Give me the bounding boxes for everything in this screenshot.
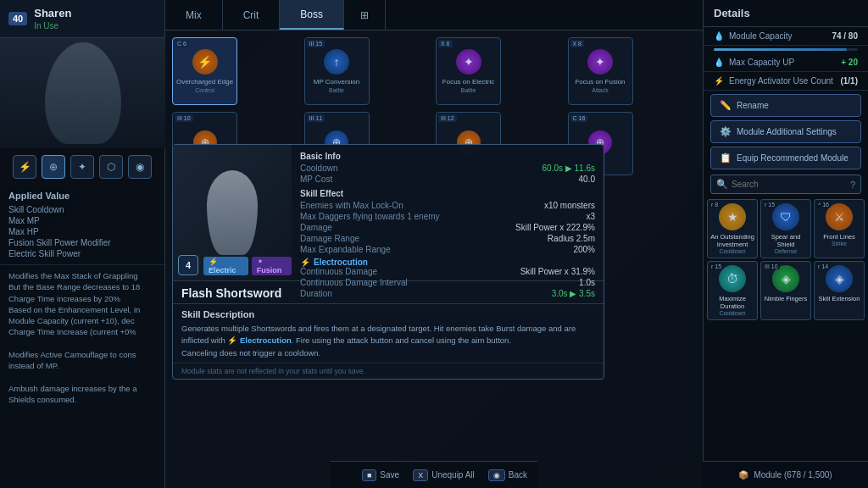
module-card-nimble[interactable]: III 10 ◈ Nimble Fingers bbox=[760, 261, 811, 320]
capacity-label: Module Capacity bbox=[729, 31, 832, 41]
se-value-4: 200% bbox=[448, 245, 595, 254]
search-input[interactable] bbox=[732, 180, 847, 189]
card5-name: Nimble Fingers bbox=[765, 295, 807, 302]
search-row: 🔍 ? bbox=[710, 175, 861, 194]
tab-grid[interactable]: ⊞ bbox=[344, 0, 386, 30]
card3-badge: ^ 16 bbox=[816, 202, 831, 208]
skill-figure bbox=[207, 170, 258, 255]
desc-line-2: But the Base Range decreases to 18 bbox=[8, 281, 156, 292]
capacity-bar-fill bbox=[714, 48, 847, 51]
stat-electric-power: Electric Skill Power bbox=[8, 248, 156, 259]
save-action[interactable]: ■ Save bbox=[362, 469, 399, 481]
stat-fusion-modifier: Fusion Skill Power Modifier bbox=[8, 237, 156, 248]
additional-settings-label: Module Additional Settings bbox=[737, 127, 837, 136]
bottom-bar: ■ Save X Unequip All ◉ Back bbox=[331, 461, 537, 488]
electrocution-title: ⚡ Electrocution bbox=[300, 258, 595, 267]
character-silhouette bbox=[45, 42, 121, 144]
module-card-front-lines[interactable]: ^ 16 ⚔ Front Lines Strike bbox=[814, 199, 865, 258]
back-key: ◉ bbox=[488, 469, 505, 481]
se-value-3: Radius 2.5m bbox=[448, 234, 595, 243]
back-action[interactable]: ◉ Back bbox=[488, 469, 527, 481]
icon-btn-2[interactable]: ⊕ bbox=[42, 155, 65, 179]
slot1-icon: ⚡ bbox=[192, 49, 218, 75]
rename-icon: ✏️ bbox=[720, 100, 732, 111]
skill-footer: Module stats are not reflected in your s… bbox=[173, 363, 604, 379]
help-icon[interactable]: ? bbox=[850, 180, 855, 190]
el-label-2: Duration bbox=[300, 289, 408, 298]
stat-max-mp: Max MP bbox=[8, 215, 156, 226]
character-status: In Use bbox=[34, 21, 71, 30]
max-capacity-row: 💧 Max Capacity UP + 20 bbox=[704, 53, 868, 72]
card4-icon: ⏱ bbox=[719, 265, 746, 292]
unequip-all-action[interactable]: X Unequip All bbox=[413, 469, 475, 481]
applied-value-section: Applied Value Skill Cooldown Max MP Max … bbox=[0, 186, 164, 264]
card6-name: Skill Extension bbox=[819, 295, 860, 302]
module-card-spear-shield[interactable]: r 15 🛡 Spear and Shield Defense bbox=[760, 199, 811, 258]
icon-btn-4[interactable]: ⬡ bbox=[99, 155, 123, 179]
desc-line-5: Module Capacity (current +10), dec bbox=[8, 315, 156, 326]
el-label-1: Continuous Damage Interval bbox=[300, 278, 408, 287]
character-header: 40 Sharen In Use bbox=[0, 0, 164, 38]
equip-icon: 📋 bbox=[720, 152, 732, 164]
skill-type-badges: ⚡ Electric ⚬ Fusion bbox=[203, 257, 292, 275]
equip-recommended-button[interactable]: 📋 Equip Recommended Module bbox=[710, 147, 861, 169]
additional-settings-button[interactable]: ⚙️ Module Additional Settings bbox=[710, 120, 861, 143]
tab-boss[interactable]: Boss bbox=[280, 0, 344, 30]
left-panel: 40 Sharen In Use ⚡ ⊕ ✦ ⬡ ◉ Applied Value… bbox=[0, 0, 165, 488]
module-card-skill-extension[interactable]: r 14 ◈ Skill Extension bbox=[814, 261, 865, 320]
basic-info-title: Basic Info bbox=[300, 152, 595, 161]
electrocution-grid: Continuous Damage Skill Power x 31.9% Co… bbox=[300, 267, 595, 298]
module-card-maximize[interactable]: r 15 ⏱ Maximize Duration Cooldown bbox=[707, 261, 758, 320]
skill-desc-text: Generates multiple Shortswords and fires… bbox=[181, 323, 595, 359]
se-value-2: Skill Power x 222.9% bbox=[448, 223, 595, 232]
module-card-outstanding[interactable]: r 8 ★ An Outstanding Investment Cooldown bbox=[707, 199, 758, 258]
character-name: Sharen bbox=[34, 7, 71, 19]
slot1-label: Overcharged Edge bbox=[175, 78, 235, 86]
card2-icon: 🛡 bbox=[772, 203, 799, 230]
se-label-0: Enemies with Max Lock-On bbox=[300, 201, 440, 210]
energy-value: (1/1) bbox=[840, 76, 858, 86]
slot4-icon: ✦ bbox=[587, 49, 613, 75]
cooldown-value: 60.0s ▶ 11.6s bbox=[346, 164, 595, 173]
slot3-type: Battle bbox=[461, 87, 476, 93]
icon-btn-5[interactable]: ◉ bbox=[128, 155, 152, 179]
electrocution-link: ⚡ Electrocution bbox=[227, 336, 291, 345]
slot6-badge: III 11 bbox=[307, 114, 326, 122]
main-area: Mix Crit Boss ⊞ C 6 ⚡ Overcharged Edge C… bbox=[165, 0, 703, 488]
stat-max-hp: Max HP bbox=[8, 226, 156, 237]
desc-line-1: Modifies the Max Stack of Grappling bbox=[8, 270, 156, 281]
module-slot-2[interactable]: III 15 ↑ MP Conversion Battle bbox=[304, 37, 370, 105]
skill-desc-area: Skill Description Generates multiple Sho… bbox=[173, 303, 604, 363]
skill-popup-header: 4 ⚡ Electric ⚬ Fusion Basic Info Cooldow… bbox=[173, 145, 604, 280]
electrocution-icon: ⚡ bbox=[300, 258, 310, 267]
module-capacity-row: 💧 Module Capacity 74 / 80 bbox=[704, 27, 868, 46]
module-grid-row1: C 6 ⚡ Overcharged Edge Control III 15 ↑ … bbox=[165, 30, 703, 112]
module-slot-1[interactable]: C 6 ⚡ Overcharged Edge Control bbox=[172, 37, 237, 105]
card2-badge: r 15 bbox=[763, 202, 776, 208]
details-header: Details bbox=[704, 0, 868, 27]
module-slot-4[interactable]: X 8 ✦ Focus on Fusion Attack bbox=[568, 37, 633, 105]
tab-mix[interactable]: Mix bbox=[165, 0, 223, 30]
icon-btn-1[interactable]: ⚡ bbox=[13, 155, 36, 179]
right-panel: Details 💧 Module Capacity 74 / 80 💧 Max … bbox=[703, 0, 868, 488]
card2-name: Spear and Shield bbox=[764, 233, 808, 248]
tab-crit[interactable]: Crit bbox=[223, 0, 281, 30]
icon-btn-3[interactable]: ✦ bbox=[70, 155, 94, 179]
skill-type-fusion: ⚬ Fusion bbox=[252, 257, 292, 275]
cooldown-label: Cooldown bbox=[300, 164, 337, 173]
skill-image: 4 ⚡ Electric ⚬ Fusion bbox=[173, 145, 292, 280]
skill-popup: 4 ⚡ Electric ⚬ Fusion Basic Info Cooldow… bbox=[172, 144, 604, 380]
module-slot-3[interactable]: X 6 ✦ Focus on Electric Battle bbox=[436, 37, 501, 105]
se-label-3: Damage Range bbox=[300, 234, 440, 243]
desc-line-4: Based on the Enhancement Level, in bbox=[8, 304, 156, 315]
skill-level: 4 bbox=[178, 255, 198, 275]
capacity-bar-container bbox=[714, 48, 858, 51]
desc-line-7: Modifies Active Camouflage to cons bbox=[8, 349, 156, 360]
card6-icon: ◈ bbox=[826, 265, 853, 292]
rename-button[interactable]: ✏️ Rename bbox=[710, 94, 861, 117]
slot4-badge: X 8 bbox=[570, 40, 585, 47]
right-bottom-bar: 📦 Module (678 / 1,500) bbox=[703, 461, 868, 488]
capacity-icon: 💧 bbox=[714, 31, 724, 41]
unequip-label: Unequip All bbox=[431, 470, 475, 480]
card3-name: Front Lines bbox=[823, 233, 855, 241]
